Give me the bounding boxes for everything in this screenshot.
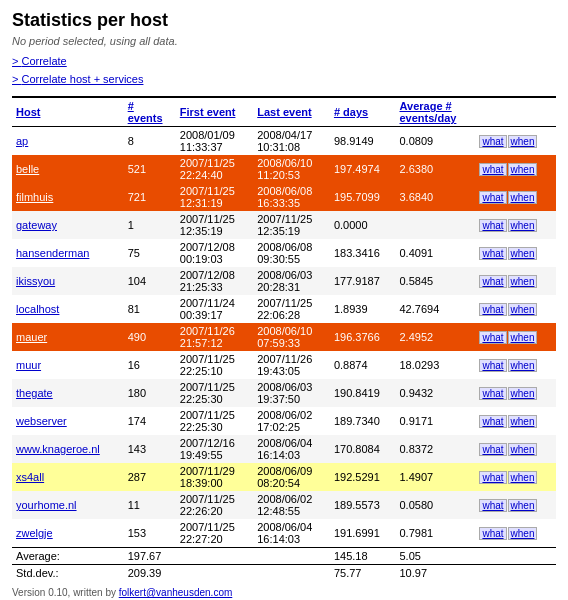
what-button[interactable]: what xyxy=(479,303,506,316)
cell-actions: whatwhen xyxy=(474,351,556,379)
what-button[interactable]: what xyxy=(479,471,506,484)
cell-avg: 0.5845 xyxy=(396,267,475,295)
nav-links: Correlate Correlate host + services xyxy=(12,53,556,88)
what-button[interactable]: what xyxy=(479,499,506,512)
cell-host: ap xyxy=(12,127,124,156)
cell-actions: whatwhen xyxy=(474,323,556,351)
col-actions xyxy=(474,97,556,127)
when-button[interactable]: when xyxy=(508,247,538,260)
cell-days: 192.5291 xyxy=(330,463,396,491)
cell-first-event: 2007/11/25 22:27:20 xyxy=(176,519,253,548)
col-first-event: First event xyxy=(176,97,253,127)
what-button[interactable]: what xyxy=(479,275,506,288)
cell-days: 191.6991 xyxy=(330,519,396,548)
footer-cell: 145.18 xyxy=(330,548,396,565)
col-avg: Average #events/day xyxy=(396,97,475,127)
table-row: mauer4902007/11/26 21:57:122008/06/10 07… xyxy=(12,323,556,351)
cell-avg: 0.9171 xyxy=(396,407,475,435)
cell-last-event: 2008/06/09 08:20:54 xyxy=(253,463,330,491)
cell-last-event: 2008/06/03 19:37:50 xyxy=(253,379,330,407)
cell-first-event: 2007/11/25 22:25:30 xyxy=(176,407,253,435)
table-row: ap82008/01/09 11:33:372008/04/17 10:31:0… xyxy=(12,127,556,156)
when-button[interactable]: when xyxy=(508,443,538,456)
what-button[interactable]: what xyxy=(479,527,506,540)
what-button[interactable]: what xyxy=(479,219,506,232)
cell-actions: whatwhen xyxy=(474,267,556,295)
cell-host: yourhome.nl xyxy=(12,491,124,519)
cell-events: 153 xyxy=(124,519,176,548)
what-button[interactable]: what xyxy=(479,443,506,456)
what-button[interactable]: what xyxy=(479,163,506,176)
footer-cell xyxy=(176,565,330,582)
cell-days: 190.8419 xyxy=(330,379,396,407)
cell-events: 11 xyxy=(124,491,176,519)
table-row: www.knageroe.nl1432007/12/16 19:49:55200… xyxy=(12,435,556,463)
correlate-host-services-link[interactable]: Correlate host + services xyxy=(12,71,556,89)
when-button[interactable]: when xyxy=(508,135,538,148)
cell-last-event: 2008/06/08 16:33:35 xyxy=(253,183,330,211)
when-button[interactable]: when xyxy=(508,527,538,540)
footer-cell: 10.97 xyxy=(396,565,475,582)
when-button[interactable]: when xyxy=(508,471,538,484)
cell-first-event: 2007/11/25 12:35:19 xyxy=(176,211,253,239)
when-button[interactable]: when xyxy=(508,191,538,204)
footer-cell xyxy=(474,548,556,565)
what-button[interactable]: what xyxy=(479,415,506,428)
cell-events: 490 xyxy=(124,323,176,351)
what-button[interactable]: what xyxy=(479,387,506,400)
cell-days: 189.7340 xyxy=(330,407,396,435)
what-button[interactable]: what xyxy=(479,331,506,344)
when-button[interactable]: when xyxy=(508,163,538,176)
correlate-link[interactable]: Correlate xyxy=(12,53,556,71)
when-button[interactable]: when xyxy=(508,303,538,316)
cell-host: thegate xyxy=(12,379,124,407)
cell-last-event: 2008/06/10 07:59:33 xyxy=(253,323,330,351)
what-button[interactable]: what xyxy=(479,191,506,204)
when-button[interactable]: when xyxy=(508,499,538,512)
when-button[interactable]: when xyxy=(508,415,538,428)
cell-avg: 42.7694 xyxy=(396,295,475,323)
footer-cell: Average: xyxy=(12,548,124,565)
cell-first-event: 2007/11/29 18:39:00 xyxy=(176,463,253,491)
cell-host: www.knageroe.nl xyxy=(12,435,124,463)
cell-events: 143 xyxy=(124,435,176,463)
table-row: ikissyou1042007/12/08 21:25:332008/06/03… xyxy=(12,267,556,295)
cell-actions: whatwhen xyxy=(474,491,556,519)
cell-events: 8 xyxy=(124,127,176,156)
cell-days: 170.8084 xyxy=(330,435,396,463)
footer-cell xyxy=(474,565,556,582)
cell-host: ikissyou xyxy=(12,267,124,295)
table-row: filmhuis7212007/11/25 12:31:192008/06/08… xyxy=(12,183,556,211)
cell-actions: whatwhen xyxy=(474,295,556,323)
cell-host: localhost xyxy=(12,295,124,323)
cell-events: 174 xyxy=(124,407,176,435)
cell-events: 721 xyxy=(124,183,176,211)
cell-days: 0.8874 xyxy=(330,351,396,379)
what-button[interactable]: what xyxy=(479,247,506,260)
cell-first-event: 2007/12/08 21:25:33 xyxy=(176,267,253,295)
when-button[interactable]: when xyxy=(508,219,538,232)
when-button[interactable]: when xyxy=(508,387,538,400)
cell-first-event: 2007/11/25 22:24:40 xyxy=(176,155,253,183)
when-button[interactable]: when xyxy=(508,331,538,344)
cell-events: 1 xyxy=(124,211,176,239)
cell-last-event: 2007/11/25 22:06:28 xyxy=(253,295,330,323)
cell-host: belle xyxy=(12,155,124,183)
table-row: thegate1802007/11/25 22:25:302008/06/03 … xyxy=(12,379,556,407)
cell-host: xs4all xyxy=(12,463,124,491)
when-button[interactable]: when xyxy=(508,359,538,372)
cell-first-event: 2007/11/25 22:25:30 xyxy=(176,379,253,407)
footer-cell: Std.dev.: xyxy=(12,565,124,582)
what-button[interactable]: what xyxy=(479,135,506,148)
cell-actions: whatwhen xyxy=(474,155,556,183)
cell-events: 180 xyxy=(124,379,176,407)
cell-first-event: 2007/11/25 22:25:10 xyxy=(176,351,253,379)
cell-last-event: 2008/06/08 09:30:55 xyxy=(253,239,330,267)
cell-avg: 0.4091 xyxy=(396,239,475,267)
cell-first-event: 2007/12/16 19:49:55 xyxy=(176,435,253,463)
what-button[interactable]: what xyxy=(479,359,506,372)
when-button[interactable]: when xyxy=(508,275,538,288)
col-days: # days xyxy=(330,97,396,127)
author-link[interactable]: folkert@vanheusden.com xyxy=(119,587,233,598)
table-row: gateway12007/11/25 12:35:192007/11/25 12… xyxy=(12,211,556,239)
